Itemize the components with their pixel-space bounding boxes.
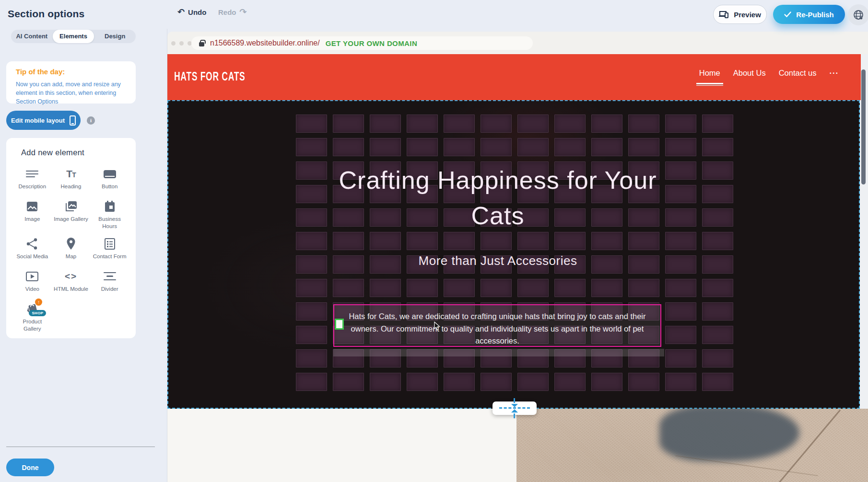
done-button[interactable]: Done <box>6 459 54 476</box>
nav-item-about-us[interactable]: About Us <box>733 69 766 82</box>
video-icon <box>25 270 39 283</box>
info-icon[interactable]: i <box>87 116 95 125</box>
browser-dots-icon <box>171 41 192 46</box>
add-element-image-gallery[interactable]: Image Gallery <box>52 200 91 230</box>
add-element-button[interactable]: Button <box>90 168 129 193</box>
upgrade-arrow-badge: ↑ <box>35 298 42 306</box>
site-nav: HomeAbout UsContact us··· <box>699 69 839 82</box>
element-label: Contact Form <box>93 253 127 260</box>
redo-label: Redo <box>218 8 236 16</box>
section-options-sidebar: AI ContentElementsDesign Tip of the day:… <box>0 29 167 482</box>
address-bar[interactable]: n1566589.websitebuilder.online/ GET YOUR… <box>191 36 533 50</box>
code-icon: <> <box>65 270 77 283</box>
image-icon <box>26 200 38 213</box>
section-resize-handle[interactable] <box>493 402 537 415</box>
add-element-heading[interactable]: TTHeading <box>52 168 91 193</box>
add-element-description[interactable]: Description <box>13 168 52 193</box>
lock-icon <box>199 42 204 46</box>
sidebar-tabs: AI ContentElementsDesign <box>11 30 136 43</box>
add-element-video[interactable]: Video <box>13 270 52 295</box>
hero-headline[interactable]: Crafting Happiness for Your Cats <box>331 162 664 233</box>
edit-mobile-label: Edit mobile layout <box>11 117 65 124</box>
next-section[interactable] <box>167 409 868 482</box>
image-gallery-icon <box>64 200 78 213</box>
site-header: HATS FOR CATS HomeAbout UsContact us··· <box>167 54 861 100</box>
site-url[interactable]: n1566589.websitebuilder.online/ <box>210 39 320 47</box>
hero-section-selected[interactable]: Crafting Happiness for Your Cats More th… <box>167 100 860 409</box>
tab-ai-content[interactable]: AI Content <box>11 30 53 43</box>
canvas-scrollbar[interactable] <box>861 69 866 184</box>
heading-icon: TT <box>66 168 75 180</box>
add-element-image[interactable]: Image <box>13 200 52 230</box>
check-icon <box>784 11 791 17</box>
hero-paragraph-text[interactable]: Hats for Cats, we are dedicated to craft… <box>334 310 660 347</box>
arrow-down-icon <box>511 404 518 407</box>
add-element-business-hours[interactable]: Business Hours <box>90 200 129 230</box>
add-element-product-gallery[interactable]: SHOP↑Product Gallery <box>13 303 52 333</box>
site-logo[interactable]: HATS FOR CATS <box>174 69 245 83</box>
shop-badge: SHOP <box>29 310 46 316</box>
mouse-cursor <box>434 321 440 331</box>
nav-item-home[interactable]: Home <box>699 69 720 82</box>
add-element-html-module[interactable]: <>HTML Module <box>52 270 91 295</box>
element-label: Image Gallery <box>54 216 88 223</box>
element-resize-handle[interactable] <box>335 319 344 330</box>
floor-photo <box>516 409 868 482</box>
text-lines-icon <box>26 168 38 180</box>
divider-icon <box>104 270 116 283</box>
hero-subtitle[interactable]: More than Just Accessories <box>331 253 664 268</box>
tip-title: Tip of the day: <box>16 68 126 76</box>
element-label: Button <box>93 183 127 190</box>
language-globe-button[interactable] <box>848 4 868 25</box>
share-icon <box>26 238 38 250</box>
tip-of-the-day-card: Tip of the day: Now you can add, move an… <box>6 61 136 103</box>
map-pin-icon <box>66 238 76 250</box>
element-label: Social Media <box>15 253 49 260</box>
element-label: Map <box>54 253 88 260</box>
product-gallery-icon: SHOP↑ <box>26 303 38 315</box>
nav-more-button[interactable]: ··· <box>830 69 839 82</box>
element-label: Product Gallery <box>15 318 49 333</box>
tab-design[interactable]: Design <box>94 30 136 43</box>
redo-button[interactable]: Redo ↷ <box>218 8 247 16</box>
hero-paragraph-element[interactable]: Hats for Cats, we are dedicated to craft… <box>333 304 661 347</box>
page-title: Section options <box>8 8 85 20</box>
button-icon <box>104 168 116 180</box>
preview-button[interactable]: Preview <box>713 5 767 24</box>
element-label: Divider <box>93 286 127 293</box>
republish-label: Re-Publish <box>796 11 833 19</box>
add-element-card: Add new element DescriptionTTHeadingButt… <box>6 138 136 338</box>
add-element-map[interactable]: Map <box>52 238 91 263</box>
devices-icon <box>719 11 729 19</box>
section-divider-dashes <box>499 407 530 409</box>
arrow-up-icon <box>511 409 518 413</box>
element-label: Description <box>15 183 49 190</box>
calendar-icon <box>104 200 116 213</box>
mobile-phone-icon <box>70 115 76 126</box>
editor-canvas: n1566589.websitebuilder.online/ GET YOUR… <box>167 29 868 482</box>
element-hover-band[interactable] <box>333 349 664 356</box>
nav-item-contact-us[interactable]: Contact us <box>779 69 817 82</box>
get-domain-link[interactable]: GET YOUR OWN DOMAIN <box>326 39 418 47</box>
tip-body: Now you can add, move and resize any ele… <box>16 80 137 106</box>
cat-shadow <box>659 409 799 461</box>
add-element-social-media[interactable]: Social Media <box>13 238 52 263</box>
undo-button[interactable]: ↶ Undo <box>177 8 206 16</box>
app-window: Section options ↶ Undo Redo ↷ Preview Re… <box>0 0 868 482</box>
tab-elements[interactable]: Elements <box>53 30 94 43</box>
redo-icon: ↷ <box>240 8 247 16</box>
republish-button[interactable]: Re-Publish <box>773 5 845 24</box>
top-toolbar: Section options ↶ Undo Redo ↷ Preview Re… <box>0 0 868 29</box>
contact-form-icon <box>104 238 116 250</box>
preview-label: Preview <box>734 11 761 19</box>
add-element-divider[interactable]: Divider <box>90 270 129 295</box>
element-label: Heading <box>54 183 88 190</box>
edit-mobile-layout-button[interactable]: Edit mobile layout <box>6 111 81 130</box>
browser-chrome: n1566589.websitebuilder.online/ GET YOUR… <box>167 32 868 54</box>
element-grid: DescriptionTTHeadingButtonImageImage Gal… <box>13 168 129 333</box>
element-label: Video <box>15 286 49 293</box>
element-label: HTML Module <box>54 286 88 293</box>
add-element-contact-form[interactable]: Contact Form <box>90 238 129 263</box>
undo-label: Undo <box>188 8 206 16</box>
element-label: Business Hours <box>93 216 127 230</box>
